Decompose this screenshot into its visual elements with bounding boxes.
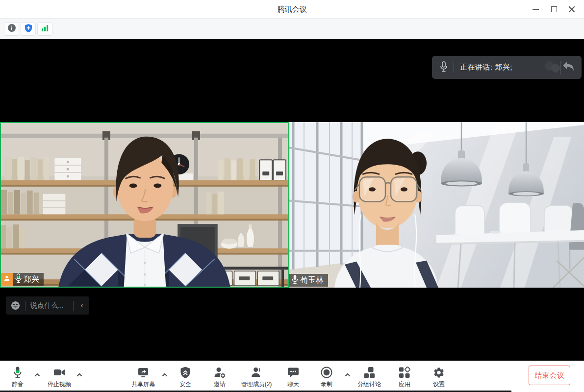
minimize-button[interactable]	[529, 4, 542, 15]
share-screen-icon	[137, 366, 150, 379]
record-icon	[320, 366, 333, 379]
toolbar-label: 聊天	[287, 380, 299, 389]
shield-plus-icon	[24, 24, 33, 35]
name-tag-zhengxing: 郑兴	[13, 273, 44, 286]
invite-icon	[213, 366, 226, 379]
video-options-chevron[interactable]	[76, 373, 83, 377]
video-grid: 郑兴	[0, 122, 584, 288]
toolbar-label: 共享屏幕	[131, 380, 155, 389]
settings-button[interactable]: 设置	[433, 366, 445, 389]
breakout-rooms-button[interactable]: 分组讨论	[357, 366, 381, 389]
maximize-icon	[551, 6, 557, 12]
toolbar-label: 停止视频	[48, 380, 71, 389]
share-screen-button[interactable]: 共享屏幕	[131, 366, 155, 389]
microphone-icon	[440, 61, 448, 74]
chat-input-placeholder[interactable]: 说点什么...	[30, 301, 68, 310]
chat-button[interactable]: 聊天	[287, 366, 300, 389]
logo-watermark-icon	[544, 58, 577, 77]
window-title: 腾讯会议	[0, 0, 584, 19]
apps-icon	[399, 366, 411, 379]
network-quality-button[interactable]	[37, 22, 52, 36]
divider	[454, 62, 454, 73]
meeting-stage: 正在讲话: 郑兴;	[0, 39, 584, 361]
manage-members-button[interactable]: 管理成员(2)	[241, 366, 272, 389]
video-tile-xunyulin[interactable]: 荀玉林	[289, 122, 584, 288]
microphone-icon	[291, 274, 299, 286]
close-button[interactable]	[565, 4, 578, 15]
toolbar-label: 邀请	[214, 380, 226, 389]
emoji-button[interactable]	[11, 301, 20, 310]
quick-chat-bar: 说点什么... ‹	[6, 296, 89, 315]
close-icon	[568, 6, 575, 13]
share-options-chevron[interactable]	[162, 373, 168, 377]
chevron-left-icon[interactable]: ‹	[78, 300, 89, 311]
security-button[interactable]: 安全	[179, 366, 191, 389]
speaking-indicator-banner: 正在讲话: 郑兴;	[432, 56, 582, 79]
microphone-icon	[12, 366, 24, 379]
maximize-button[interactable]	[548, 4, 560, 15]
toolbar-label: 应用	[399, 380, 410, 389]
minimize-icon	[533, 9, 539, 10]
security-shield-icon	[179, 366, 191, 379]
stop-video-button[interactable]: 停止视频	[48, 366, 71, 389]
microphone-active-icon	[15, 273, 22, 285]
toolbar-label: 静音	[12, 380, 24, 389]
members-icon	[250, 366, 263, 379]
person-avatar-icon	[3, 274, 11, 284]
name-tag-xunyulin: 荀玉林	[289, 274, 328, 287]
meeting-info-button[interactable]	[4, 22, 19, 36]
record-options-chevron[interactable]	[345, 373, 351, 377]
toolbar-label: 设置	[433, 380, 445, 389]
toolbar-label: 管理成员(2)	[241, 380, 272, 389]
mute-options-chevron[interactable]	[34, 373, 41, 377]
toolbar-label: 安全	[179, 380, 191, 389]
toolbar-label: 分组讨论	[357, 380, 381, 389]
tencent-meeting-window: 腾讯会议 22:34 宫格视图 ▾	[0, 0, 584, 392]
network-signal-icon	[41, 24, 49, 34]
divider	[25, 301, 25, 311]
video-feed-zhengxing	[1, 123, 288, 287]
video-feed-xunyulin	[289, 122, 584, 288]
toolbar-label: 录制	[321, 380, 332, 389]
security-status-button[interactable]	[21, 22, 36, 36]
chat-bubble-icon	[287, 366, 300, 379]
apps-button[interactable]: 应用	[399, 366, 411, 389]
title-bar: 腾讯会议	[0, 0, 584, 19]
mute-button[interactable]: 静音	[12, 366, 24, 389]
breakout-rooms-icon	[363, 366, 375, 379]
speaking-text: 正在讲话: 郑兴;	[460, 63, 544, 72]
camera-icon	[53, 366, 66, 379]
end-meeting-button[interactable]: 结束会议	[529, 366, 570, 385]
participant-name: 荀玉林	[300, 275, 324, 286]
divider	[73, 301, 74, 311]
video-tile-zhengxing[interactable]: 郑兴	[0, 122, 289, 288]
settings-gear-icon	[433, 366, 445, 379]
meeting-info-bar: 22:34 宫格视图 ▾	[0, 19, 584, 39]
control-toolbar: 静音 停止视频 共享屏幕 安全	[0, 361, 584, 392]
participant-name: 郑兴	[24, 274, 39, 285]
invite-button[interactable]: 邀请	[213, 366, 226, 389]
info-icon	[7, 24, 16, 34]
record-button[interactable]: 录制	[320, 366, 333, 389]
avatar-badge	[1, 273, 13, 286]
